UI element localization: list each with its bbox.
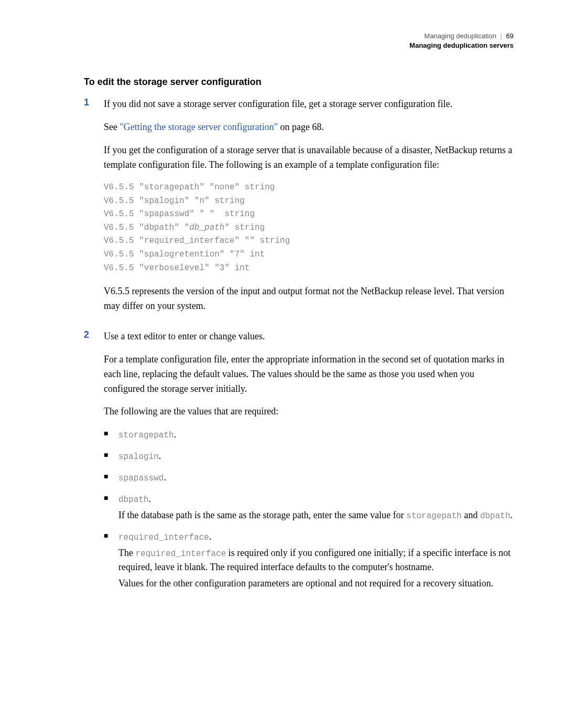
code-line: V6.5.5 "verboselevel" "3" int bbox=[104, 263, 249, 273]
xref-link[interactable]: "Getting the storage server configuratio… bbox=[120, 122, 278, 132]
para: V6.5.5 represents the version of the inp… bbox=[104, 284, 514, 314]
list-sub: The required_interface is required only … bbox=[118, 546, 514, 574]
list-sub: If the database path is the same as the … bbox=[118, 508, 514, 522]
code-line-part: " string bbox=[224, 223, 265, 232]
step-body: Use a text editor to enter or change val… bbox=[104, 329, 514, 598]
para: If you get the configuration of a storag… bbox=[104, 143, 514, 173]
section-heading: To edit the storage server configuration bbox=[84, 77, 514, 88]
para: Use a text editor to enter or change val… bbox=[104, 329, 514, 344]
header-page-number: 69 bbox=[506, 32, 514, 40]
see-prefix: See bbox=[104, 122, 120, 132]
para-see-ref: See "Getting the storage server configur… bbox=[104, 120, 514, 135]
step-number: 2 bbox=[84, 329, 104, 598]
code-block: V6.5.5 "storagepath" "none" string V6.5.… bbox=[104, 181, 514, 275]
page-content: Managing deduplication | 69 Managing ded… bbox=[0, 0, 566, 637]
code-inline: dbpath bbox=[118, 495, 149, 505]
para: The following are the values that are re… bbox=[104, 404, 514, 419]
code-line: V6.5.5 "spapasswd" " " string bbox=[104, 209, 255, 219]
list-sub: Values for the other configuration param… bbox=[118, 576, 514, 591]
bullet-list: storagepath. spalogin. spapasswd. dbpath… bbox=[104, 427, 514, 591]
step-2: 2 Use a text editor to enter or change v… bbox=[84, 329, 514, 598]
code-line: V6.5.5 "spalogin" "n" string bbox=[104, 196, 245, 206]
step-number: 1 bbox=[84, 97, 104, 322]
code-italic: db_path bbox=[189, 223, 224, 232]
text: and bbox=[462, 510, 480, 520]
see-suffix: on page 68. bbox=[278, 122, 324, 132]
list-item: required_interface. The required_interfa… bbox=[104, 530, 514, 591]
code-line: V6.5.5 "spalogretention" "7" int bbox=[104, 250, 265, 259]
header-divider: | bbox=[500, 32, 502, 40]
text: The bbox=[118, 548, 135, 558]
list-item: dbpath. If the database path is the same… bbox=[104, 492, 514, 522]
header-subtitle: Managing deduplication servers bbox=[84, 41, 514, 50]
code-inline: storagepath bbox=[118, 431, 174, 440]
code-inline: storagepath bbox=[406, 511, 462, 521]
code-inline: dbpath bbox=[480, 511, 510, 521]
header-group: Managing deduplication bbox=[424, 32, 496, 40]
list-item: storagepath. bbox=[104, 427, 514, 442]
code-line: V6.5.5 "storagepath" "none" string bbox=[104, 183, 275, 192]
code-inline: required_interface bbox=[118, 533, 209, 542]
step-body: If you did not save a storage server con… bbox=[104, 97, 514, 322]
list-item: spalogin. bbox=[104, 449, 514, 463]
code-inline: required_interface bbox=[135, 549, 226, 559]
para: For a template configuration file, enter… bbox=[104, 352, 514, 397]
header-top-line: Managing deduplication | 69 bbox=[84, 31, 514, 41]
code-line: V6.5.5 "required_interface" "" string bbox=[104, 236, 290, 245]
code-inline: spalogin bbox=[118, 452, 159, 462]
para: If you did not save a storage server con… bbox=[104, 97, 514, 112]
list-item: spapasswd. bbox=[104, 470, 514, 485]
code-inline: spapasswd bbox=[118, 474, 164, 483]
text: If the database path is the same as the … bbox=[118, 510, 406, 520]
page-header: Managing deduplication | 69 Managing ded… bbox=[84, 31, 514, 50]
code-line-part: V6.5.5 "dbpath" " bbox=[104, 223, 189, 232]
step-1: 1 If you did not save a storage server c… bbox=[84, 97, 514, 322]
